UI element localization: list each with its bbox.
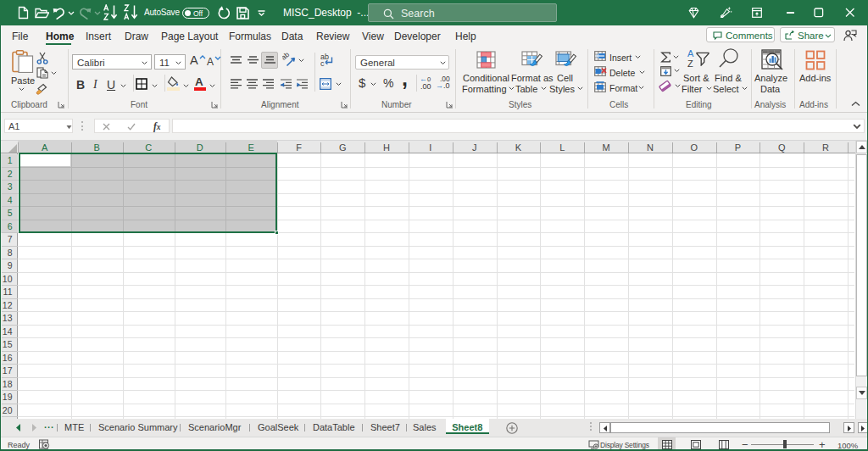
svg-text:c: c xyxy=(320,59,325,67)
svg-text:ab: ab xyxy=(282,53,291,62)
